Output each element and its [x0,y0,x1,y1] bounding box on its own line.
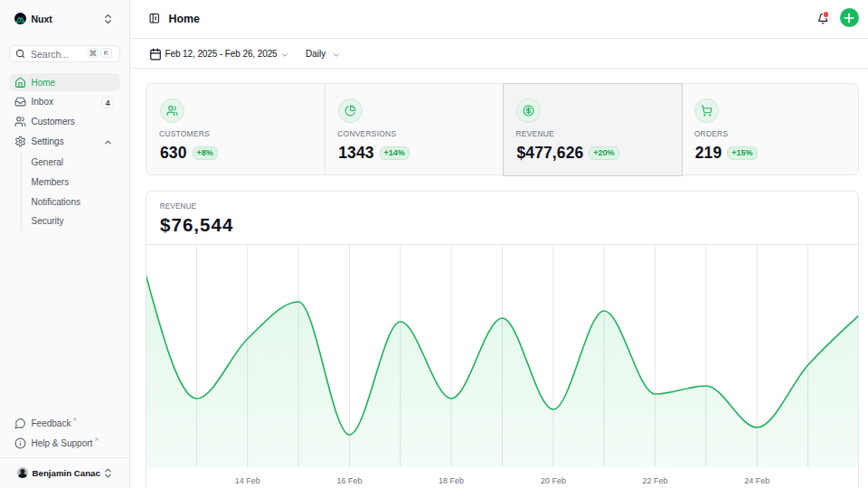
svg-text:18 Feb: 18 Feb [439,476,464,485]
svg-text:16 Feb: 16 Feb [336,476,362,485]
svg-text:20 Feb: 20 Feb [541,476,566,485]
svg-text:22 Feb: 22 Feb [643,476,668,485]
svg-text:14 Feb: 14 Feb [235,476,260,485]
svg-text:24 Feb: 24 Feb [744,476,769,485]
